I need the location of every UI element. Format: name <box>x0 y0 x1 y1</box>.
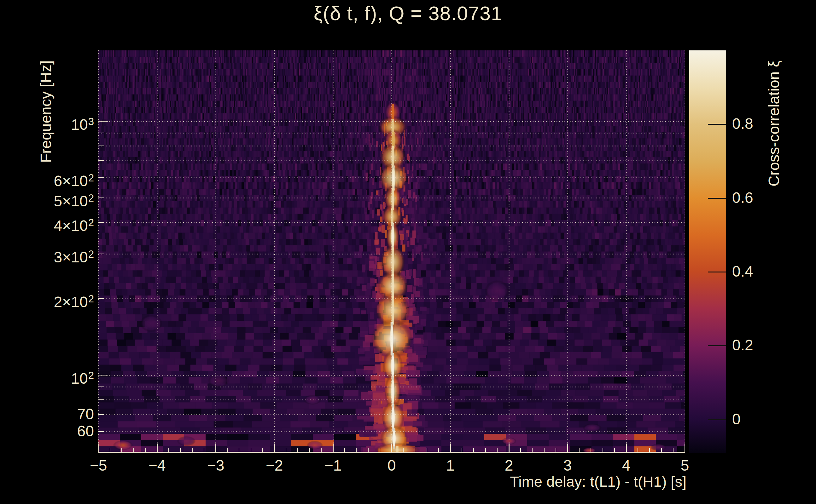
x-tick-label: −2 <box>266 457 283 474</box>
y-tick-label: 103 <box>71 113 94 133</box>
colorbar-tick-label: 0.8 <box>732 116 753 132</box>
x-tick-label: −1 <box>325 457 342 474</box>
y-tick-label: 4×102 <box>54 214 94 234</box>
colorbar-tick-mark <box>708 345 726 346</box>
colorbar-gradient <box>689 50 726 453</box>
colorbar-tick-mark <box>708 124 726 125</box>
colorbar-tick-label: 0.4 <box>732 263 753 280</box>
colorbar-title: Cross-correlation ξ <box>765 60 783 186</box>
colorbar-tick-label: 0.2 <box>732 337 753 353</box>
colorbar-tick-mark <box>708 272 726 272</box>
chart-title: ξ(δ t, f), Q = 38.0731 <box>0 2 816 25</box>
x-tick-label: −3 <box>207 457 225 474</box>
colorbar-tick-label: 0 <box>732 411 741 427</box>
x-tick-label: 5 <box>681 457 689 474</box>
y-tick-label: 3×102 <box>54 245 94 266</box>
spectrogram-heatmap <box>98 50 685 453</box>
x-tick-label: 0 <box>388 457 396 474</box>
x-tick-label: 3 <box>563 457 572 474</box>
y-axis-title: Frequency [Hz] <box>37 60 55 163</box>
colorbar-tick-mark <box>708 198 726 199</box>
y-tick-label: 60 <box>77 423 94 439</box>
x-tick-label: 2 <box>505 457 513 474</box>
y-tick-label: 70 <box>77 406 94 422</box>
y-tick-label: 2×102 <box>54 290 94 310</box>
x-tick-label: −4 <box>148 457 166 474</box>
colorbar-tick-mark <box>708 419 726 420</box>
x-tick-label: 4 <box>622 457 631 474</box>
y-tick-label: 6×102 <box>54 169 94 189</box>
x-axis-title: Time delay: t(L1) - t(H1) [s] <box>510 473 687 490</box>
y-tick-label: 102 <box>71 367 94 387</box>
colorbar-tick-label: 0.6 <box>732 190 753 206</box>
x-tick-label: 1 <box>446 457 455 474</box>
y-tick-label: 5×102 <box>54 189 94 209</box>
x-tick-label: −5 <box>90 457 107 474</box>
